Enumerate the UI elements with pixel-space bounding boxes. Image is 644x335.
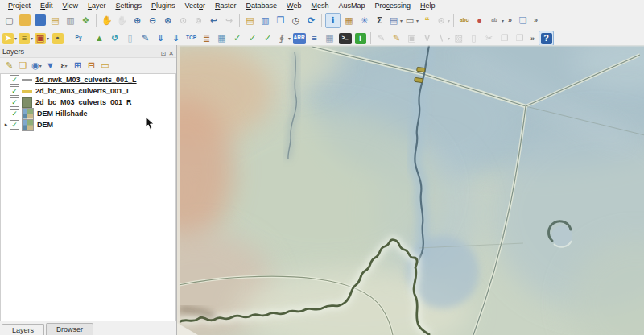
new-project-button[interactable]: ▢ — [2, 14, 16, 27]
expand-all-button[interactable]: ⊞ — [71, 60, 85, 72]
layer-visibility-checkbox[interactable]: ✓ — [10, 109, 19, 118]
layer-row-DEM Hillshade[interactable]: ✓DEM Hillshade — [1, 108, 175, 119]
menu-processing[interactable]: Processing — [370, 1, 416, 10]
attachment-button[interactable]: ∮▾ — [276, 31, 291, 45]
select-features-button[interactable]: ➤▾ — [2, 31, 17, 45]
dropdown-arrow-icon[interactable]: ▾ — [31, 35, 33, 41]
layer-visibility-checkbox[interactable]: ✓ — [10, 120, 19, 130]
layer-row-DEM[interactable]: ▸✓DEM — [1, 119, 175, 130]
toolbar-overflow-button[interactable]: » — [534, 16, 538, 24]
tuflow-utilities-button[interactable]: ≡ — [308, 31, 321, 45]
layer-diagram-button[interactable]: ● — [473, 14, 486, 27]
zoom-out-button[interactable]: ⊖ — [146, 14, 159, 27]
dropdown-arrow-icon[interactable]: ▾ — [14, 35, 17, 41]
new-print-layout-button[interactable]: ▤ — [48, 14, 62, 27]
zoom-next-button[interactable]: ↪ — [222, 14, 236, 27]
menu-project[interactable]: Project — [3, 1, 35, 10]
layer-label[interactable]: 1d_nwk_M03_culverts_001_L — [35, 76, 137, 84]
vertex-tool-active-layer-button[interactable]: V — [420, 31, 434, 45]
menu-help[interactable]: Help — [415, 1, 440, 10]
refresh-map-button[interactable]: ⟳ — [304, 14, 318, 27]
layer-visibility-checkbox[interactable]: ✓ — [10, 75, 19, 85]
layer-tree[interactable]: ✓1d_nwk_M03_culverts_001_L✓2d_bc_M03_cul… — [0, 73, 176, 321]
menu-ausmap[interactable]: AusMap — [333, 1, 369, 10]
current-edits-button[interactable]: ✎ — [374, 31, 388, 45]
filter-by-expression-button[interactable]: ε▾ — [57, 60, 71, 72]
toggle-editing-button[interactable]: ✎ — [390, 31, 403, 45]
tuflow-refresh-button[interactable]: ↺ — [108, 31, 122, 45]
dropdown-arrow-icon[interactable]: ▾ — [47, 35, 49, 41]
toolbar-overflow-button[interactable]: » — [530, 35, 535, 43]
bookmark-manager-button[interactable]: ❒ — [274, 14, 287, 27]
menu-mesh[interactable]: Mesh — [306, 1, 333, 10]
check-2d-button[interactable]: ✓ — [246, 31, 259, 45]
dropdown-arrow-icon[interactable]: ▾ — [288, 35, 291, 41]
layer-labeling-button[interactable]: abc — [457, 14, 471, 27]
map-canvas[interactable] — [177, 45, 644, 335]
panel-close-button[interactable]: ✕ — [168, 50, 174, 57]
layer-visibility-checkbox[interactable]: ✓ — [10, 86, 19, 96]
manage-map-themes-button[interactable]: ◉▾ — [30, 60, 43, 72]
toolbar-overflow-button[interactable]: » — [508, 16, 512, 24]
import-empty-files-button[interactable]: ⇓ — [154, 31, 167, 45]
open-layer-styling-button[interactable]: ✎ — [2, 60, 16, 72]
deselect-features-button[interactable]: ▣▾ — [35, 31, 49, 45]
delete-selected-button[interactable]: ▯ — [467, 31, 481, 45]
measure-button[interactable]: ▭▾ — [404, 14, 419, 27]
save-project-button[interactable] — [33, 14, 47, 27]
select-by-value-button[interactable]: ≡▾ — [19, 31, 33, 45]
check-mesh-button[interactable]: ✓ — [261, 31, 275, 45]
menu-database[interactable]: Database — [242, 1, 283, 10]
menu-raster[interactable]: Raster — [210, 1, 242, 10]
paste-features-button[interactable]: ❐ — [513, 31, 526, 45]
pan-map-button[interactable]: ✋ — [100, 14, 114, 27]
filter-legend-button[interactable]: ▼ — [43, 60, 57, 72]
menu-web[interactable]: Web — [282, 1, 306, 10]
grid-tools-button[interactable]: ▦ — [323, 31, 336, 45]
menu-plugins[interactable]: Plugins — [147, 1, 180, 10]
label-options-button[interactable]: ab▾ — [488, 14, 504, 27]
help-button[interactable]: ? — [539, 31, 554, 46]
menu-edit[interactable]: Edit — [35, 1, 58, 10]
style-manager-button[interactable]: ❖ — [79, 14, 93, 27]
menu-layer[interactable]: Layer — [83, 1, 111, 10]
dropdown-arrow-icon[interactable]: ▾ — [448, 35, 450, 41]
vertex-tool-button[interactable]: ∖▾ — [436, 31, 450, 45]
show-spatial-bookmarks-button[interactable]: ▥ — [258, 14, 272, 27]
dropdown-arrow-icon[interactable]: ▾ — [448, 18, 450, 23]
save-layer-edits-button[interactable]: ▣ — [405, 31, 419, 45]
tcp-viewer-button[interactable]: TCP — [184, 31, 198, 45]
check-1d-button[interactable]: ✓ — [230, 31, 244, 45]
layer-visibility-checkbox[interactable]: ✓ — [10, 97, 19, 107]
dropdown-arrow-icon[interactable]: ▾ — [65, 64, 68, 68]
python-console-button[interactable]: Py — [72, 31, 85, 45]
zoom-in-button[interactable]: ⊕ — [130, 14, 144, 27]
layer-label[interactable]: 2d_bc_M03_culverts_001_L — [35, 87, 131, 95]
temporal-controller-button[interactable]: ◷ — [289, 14, 303, 27]
layer-row-1d_nwk_M03_culverts_001_L[interactable]: ✓1d_nwk_M03_culverts_001_L — [1, 74, 175, 85]
layer-label[interactable]: 2d_bc_M03_culverts_001_R — [35, 98, 132, 106]
copy-features-button[interactable]: ❐ — [497, 31, 511, 45]
map-tips-button[interactable]: ❝ — [420, 14, 434, 27]
stability-styling-button[interactable]: ≣ — [200, 31, 213, 45]
zoom-full-extent-button[interactable]: ⊛ — [161, 14, 175, 27]
layer-label[interactable]: DEM Hillshade — [37, 110, 88, 118]
layer-row-2d_bc_M03_culverts_001_R[interactable]: ✓2d_bc_M03_culverts_001_R — [1, 97, 175, 108]
layer-label[interactable]: DEM — [37, 121, 53, 129]
processing-toolbox-button[interactable]: ✳ — [357, 14, 371, 27]
dropdown-arrow-icon[interactable]: ▾ — [502, 18, 504, 23]
open-attribute-table-button[interactable]: ▤▾ — [388, 14, 402, 27]
tab-browser[interactable]: Browser — [46, 323, 93, 335]
pan-to-selection-button[interactable]: ✋ — [115, 14, 129, 27]
zoom-to-selection-button[interactable]: ⊙ — [176, 14, 190, 27]
zoom-to-layer-button[interactable]: ⊚ — [192, 14, 205, 27]
identify-features-button[interactable]: ℹ — [325, 13, 341, 28]
select-by-location-button[interactable]: • — [51, 31, 64, 45]
cut-features-button[interactable]: ✂ — [482, 31, 496, 45]
zoom-to-feature-button[interactable]: ⊙▾ — [436, 14, 450, 27]
show-layout-manager-button[interactable]: ▥ — [64, 14, 77, 27]
tuflow-clear-button[interactable]: ▯ — [123, 31, 137, 45]
panel-float-button[interactable]: ⊡ — [161, 50, 167, 57]
raster-image-button[interactable]: ▦ — [215, 31, 229, 45]
remove-layer-button[interactable]: ▭ — [98, 60, 112, 72]
